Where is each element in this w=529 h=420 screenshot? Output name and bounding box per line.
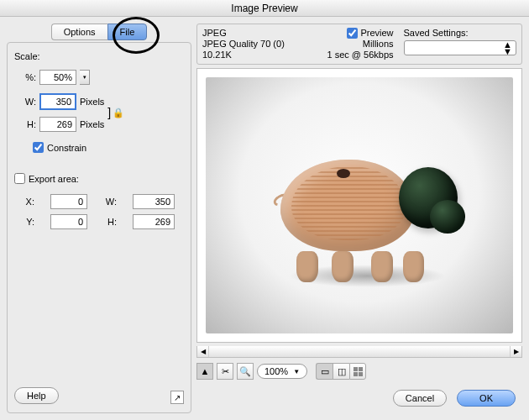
height-input[interactable] — [39, 117, 76, 132]
export-x-label: X: — [21, 197, 34, 207]
view-4up-icon[interactable] — [349, 363, 366, 380]
dialog-footer: Cancel OK — [196, 385, 522, 413]
export-w-input[interactable] — [133, 194, 175, 209]
saved-settings-select[interactable]: ▲▼ — [404, 40, 516, 55]
export-y-input[interactable] — [50, 214, 87, 229]
crop-tool-icon[interactable]: ✂ — [217, 363, 233, 380]
image-preview-dialog: Image Preview Options File Scale: %: ▾ — [0, 0, 529, 420]
chevron-down-icon: ▼ — [293, 368, 300, 375]
info-quality: JPEG Quality 70 (0) — [202, 39, 306, 50]
preview-checkbox[interactable] — [347, 28, 358, 39]
export-x-input[interactable] — [50, 194, 87, 209]
preview-checkbox-label: Preview — [360, 28, 393, 39]
tab-group: Options File — [7, 24, 191, 40]
launch-wizard-icon[interactable]: ↗ — [170, 391, 184, 404]
preview-canvas[interactable] — [196, 68, 522, 343]
tab-file[interactable]: File — [107, 24, 148, 40]
view-1up-icon[interactable]: ▭ — [316, 363, 333, 380]
export-h-label: H: — [103, 217, 117, 227]
percent-label: %: — [21, 72, 36, 82]
percent-input[interactable] — [39, 70, 76, 85]
dialog-content: Options File Scale: %: ▾ W: Pix — [0, 17, 529, 420]
preview-image — [206, 77, 513, 333]
right-panel: JPEG JPEG Quality 70 (0) 10.21K Preview … — [196, 24, 522, 413]
horizontal-scrollbar[interactable]: ◀ ▶ — [196, 346, 522, 358]
dialog-title: Image Preview — [0, 0, 529, 17]
export-y-label: Y: — [21, 217, 34, 227]
info-size: 10.21K — [202, 50, 306, 60]
zoom-tool-icon[interactable]: 🔍 — [237, 363, 254, 380]
width-input[interactable] — [39, 93, 76, 110]
info-format: JPEG — [202, 28, 306, 39]
pointer-tool-icon[interactable]: ▲ — [196, 363, 213, 380]
scale-label: Scale: — [14, 51, 184, 61]
preview-toolbar: ▲ ✂ 🔍 100% ▼ ▭ ◫ — [196, 361, 522, 381]
help-button[interactable]: Help — [14, 387, 59, 404]
constrain-checkbox[interactable] — [33, 142, 44, 153]
info-time: 1 sec @ 56kbps — [327, 50, 393, 60]
scroll-left-icon[interactable]: ◀ — [197, 346, 209, 357]
width-unit: Pixels — [80, 97, 104, 107]
lock-icon[interactable]: 🔒 — [113, 108, 124, 118]
percent-stepper[interactable]: ▾ — [80, 70, 90, 85]
ok-button[interactable]: OK — [457, 390, 516, 407]
cancel-button[interactable]: Cancel — [393, 390, 447, 407]
export-w-label: W: — [103, 197, 117, 207]
constrain-label: Constrain — [47, 143, 86, 153]
height-unit: Pixels — [80, 119, 104, 129]
tab-options[interactable]: Options — [51, 24, 107, 40]
view-2up-icon[interactable]: ◫ — [333, 363, 349, 380]
left-panel: Options File Scale: %: ▾ W: Pix — [7, 24, 191, 413]
scroll-right-icon[interactable]: ▶ — [510, 346, 521, 357]
export-area-checkbox[interactable] — [14, 173, 25, 184]
export-h-input[interactable] — [133, 214, 175, 229]
width-label: W: — [21, 97, 36, 107]
constrain-brace: ] — [107, 106, 111, 119]
zoom-select[interactable]: 100% ▼ — [257, 364, 307, 379]
file-panel: Scale: %: ▾ W: Pixels H: — [7, 42, 191, 413]
export-area-label: Export area: — [29, 174, 79, 184]
info-colors: Millions — [363, 39, 394, 50]
zoom-value: 100% — [264, 366, 288, 376]
height-label: H: — [21, 119, 36, 129]
saved-settings-label: Saved Settings: — [404, 28, 516, 39]
preview-info-bar: JPEG JPEG Quality 70 (0) 10.21K Preview … — [196, 24, 522, 65]
